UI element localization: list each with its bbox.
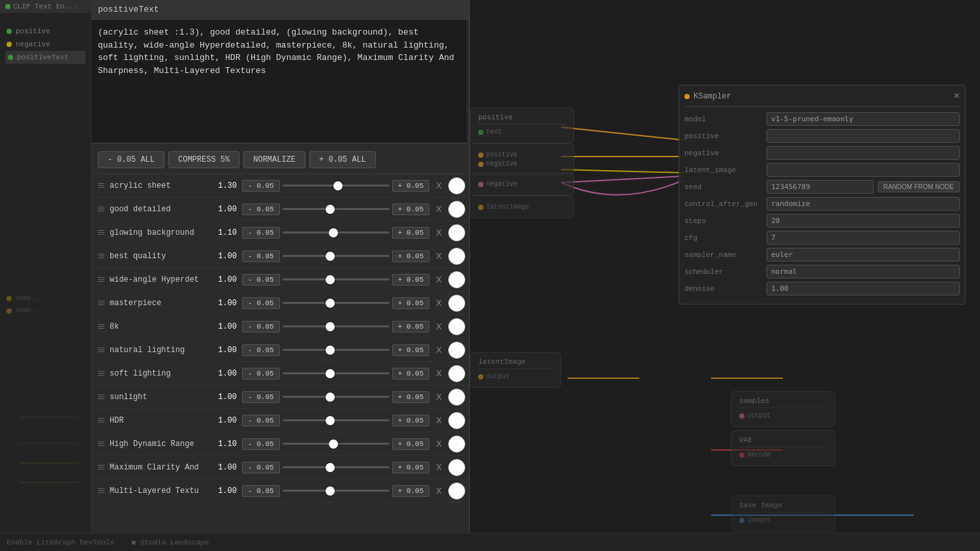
x-button[interactable]: X xyxy=(432,367,446,380)
x-button[interactable]: X xyxy=(432,297,446,309)
plus-button[interactable]: + 0.05 xyxy=(392,368,430,380)
drag-handle[interactable] xyxy=(95,348,107,352)
minus-button[interactable]: - 0.05 xyxy=(242,297,280,309)
drag-handle[interactable] xyxy=(95,395,107,399)
slider-container[interactable] xyxy=(283,203,390,216)
x-button[interactable]: X xyxy=(432,226,446,239)
minus-button[interactable]: - 0.05 xyxy=(242,180,280,192)
slider-container[interactable] xyxy=(283,438,390,451)
plus-all-button[interactable]: + 0.05 ALL xyxy=(309,151,376,168)
rp-field-input[interactable] xyxy=(767,197,960,211)
slider-container[interactable] xyxy=(283,414,390,427)
minus-button[interactable]: - 0.05 xyxy=(242,227,280,239)
drag-handle[interactable] xyxy=(95,301,107,305)
sidebar-item-negative[interactable]: negative xyxy=(5,38,85,51)
minus-button[interactable]: - 0.05 xyxy=(242,274,280,286)
x-button[interactable]: X xyxy=(432,203,446,215)
circle-button[interactable] xyxy=(448,365,465,382)
x-button[interactable]: X xyxy=(432,414,446,426)
rp-field-input[interactable] xyxy=(767,180,874,194)
circle-button[interactable] xyxy=(448,389,465,406)
slider-container[interactable] xyxy=(283,367,390,380)
minus-button[interactable]: - 0.05 xyxy=(242,462,280,473)
plus-button[interactable]: + 0.05 xyxy=(392,297,430,309)
slider-container[interactable] xyxy=(283,461,390,474)
slider-thumb[interactable] xyxy=(326,393,335,402)
drag-handle[interactable] xyxy=(95,465,107,469)
slider-thumb[interactable] xyxy=(326,322,335,331)
slider-thumb[interactable] xyxy=(326,369,335,378)
drag-handle[interactable] xyxy=(95,230,107,235)
circle-button[interactable] xyxy=(448,483,465,499)
rp-field-input[interactable] xyxy=(767,248,960,261)
x-button[interactable]: X xyxy=(432,461,446,473)
plus-button[interactable]: + 0.05 xyxy=(392,485,430,497)
drag-handle[interactable] xyxy=(95,254,107,258)
x-button[interactable]: X xyxy=(432,273,446,286)
minus-button[interactable]: - 0.05 xyxy=(242,344,280,356)
drag-handle[interactable] xyxy=(95,371,107,376)
circle-button[interactable] xyxy=(448,342,465,359)
x-button[interactable]: X xyxy=(432,438,446,450)
slider-thumb[interactable] xyxy=(326,275,335,284)
plus-button[interactable]: + 0.05 xyxy=(392,391,430,403)
rp-field-input[interactable] xyxy=(767,163,960,177)
slider-thumb[interactable] xyxy=(326,205,335,214)
slider-container[interactable] xyxy=(283,484,390,498)
slider-thumb[interactable] xyxy=(333,181,343,190)
rp-field-input[interactable] xyxy=(767,282,960,295)
circle-button[interactable] xyxy=(448,177,465,194)
normalize-button[interactable]: NORMALIZE xyxy=(243,151,305,168)
plus-button[interactable]: + 0.05 xyxy=(392,321,430,333)
prompt-textarea[interactable] xyxy=(91,20,467,143)
plus-button[interactable]: + 0.05 xyxy=(392,227,430,239)
circle-button[interactable] xyxy=(448,412,465,429)
rp-extra-btn[interactable]: RANDOM FROM NODE xyxy=(878,181,960,192)
circle-button[interactable] xyxy=(448,436,465,453)
rp-field-input[interactable] xyxy=(767,231,960,245)
slider-thumb[interactable] xyxy=(326,252,335,261)
drag-handle[interactable] xyxy=(95,207,107,211)
plus-button[interactable]: + 0.05 xyxy=(392,274,430,286)
plus-button[interactable]: + 0.05 xyxy=(392,438,430,450)
slider-thumb[interactable] xyxy=(326,346,335,355)
circle-button[interactable] xyxy=(448,248,465,265)
x-button[interactable]: X xyxy=(432,484,446,497)
plus-button[interactable]: + 0.05 xyxy=(392,203,430,215)
x-button[interactable]: X xyxy=(432,250,446,262)
x-button[interactable]: X xyxy=(432,179,446,192)
circle-button[interactable] xyxy=(448,201,465,218)
plus-button[interactable]: + 0.05 xyxy=(392,462,430,473)
circle-button[interactable] xyxy=(448,295,465,312)
slider-thumb[interactable] xyxy=(329,439,338,449)
rp-close[interactable]: × xyxy=(953,91,960,102)
compress-button[interactable]: COMPRESS 5% xyxy=(168,151,239,168)
slider-thumb[interactable] xyxy=(329,228,338,237)
slider-thumb[interactable] xyxy=(326,463,335,472)
slider-thumb[interactable] xyxy=(326,299,335,308)
minus-button[interactable]: - 0.05 xyxy=(242,391,280,403)
minus-button[interactable]: - 0.05 xyxy=(242,415,280,426)
drag-handle[interactable] xyxy=(95,488,107,493)
slider-container[interactable] xyxy=(283,273,390,286)
drag-handle[interactable] xyxy=(95,418,107,423)
rp-field-input[interactable] xyxy=(767,265,960,278)
minus-button[interactable]: - 0.05 xyxy=(242,368,280,380)
sidebar-item-positive[interactable]: positive xyxy=(5,25,85,38)
drag-handle[interactable] xyxy=(95,441,107,446)
minus-button[interactable]: - 0.05 xyxy=(242,250,280,262)
drag-handle[interactable] xyxy=(95,277,107,282)
plus-button[interactable]: + 0.05 xyxy=(392,180,430,192)
minus-button[interactable]: - 0.05 xyxy=(242,485,280,497)
slider-container[interactable] xyxy=(283,250,390,263)
slider-container[interactable] xyxy=(283,391,390,404)
rp-field-input[interactable] xyxy=(767,112,960,126)
slider-container[interactable] xyxy=(283,297,390,310)
slider-container[interactable] xyxy=(283,179,390,192)
circle-button[interactable] xyxy=(448,224,465,241)
slider-container[interactable] xyxy=(283,344,390,357)
slider-container[interactable] xyxy=(283,320,390,333)
minus-button[interactable]: - 0.05 xyxy=(242,203,280,215)
drag-handle[interactable] xyxy=(95,324,107,329)
rp-field-input[interactable] xyxy=(767,129,960,143)
